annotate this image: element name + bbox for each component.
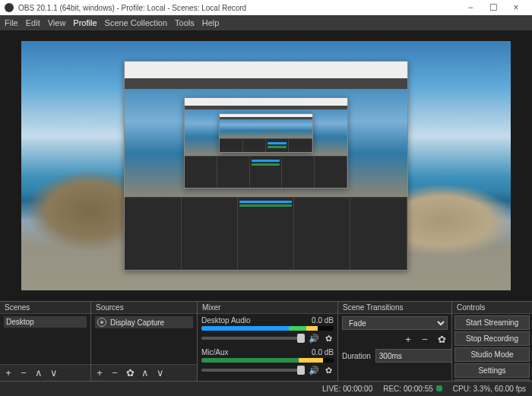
status-bar: LIVE: 00:00:00 REC: 00:00:55 CPU: 3.3%, … [0, 381, 532, 396]
visibility-icon[interactable] [97, 318, 106, 327]
mixer-channel-mic: Mic/Aux 0.0 dB 🔊 ✿ [201, 348, 334, 375]
audio-meter [201, 358, 334, 363]
sources-title: Sources [91, 302, 197, 314]
source-add-button[interactable]: + [94, 367, 105, 379]
transitions-dock: Scene Transitions Fade + − ✿ Duration [338, 302, 452, 381]
dock-area: Scenes Desktop + − ∧ ∨ Sources Display C… [0, 301, 532, 381]
status-cpu: CPU: 3.3%, 60.00 fps [453, 385, 526, 393]
settings-button[interactable]: Settings [454, 363, 530, 378]
menu-tools[interactable]: Tools [175, 18, 195, 27]
transition-settings-button[interactable]: ✿ [435, 334, 448, 345]
source-down-button[interactable]: ∨ [155, 367, 166, 379]
scenes-toolbar: + − ∧ ∨ [0, 364, 90, 381]
mixer-title: Mixer [198, 302, 337, 314]
controls-title: Controls [452, 302, 532, 314]
menu-view[interactable]: View [48, 18, 66, 27]
source-up-button[interactable]: ∧ [140, 367, 150, 379]
sources-list[interactable]: Display Capture [91, 314, 197, 364]
window-title: OBS 20.1.1 (64bit, windows) - Profile: L… [18, 4, 459, 12]
minimize-button[interactable]: − [459, 2, 482, 13]
start-streaming-button[interactable]: Start Streaming [454, 315, 530, 330]
scene-down-button[interactable]: ∨ [49, 367, 59, 379]
duration-input[interactable] [375, 349, 451, 363]
studio-mode-button[interactable]: Studio Mode [454, 347, 530, 362]
audio-meter [201, 326, 334, 331]
source-item[interactable]: Display Capture [95, 316, 193, 328]
speaker-icon[interactable]: 🔊 [309, 333, 319, 344]
scenes-list[interactable]: Desktop [0, 314, 90, 364]
scene-item-label: Desktop [6, 318, 34, 326]
speaker-icon[interactable]: 🔊 [309, 365, 319, 375]
nested-window-1 [124, 61, 408, 271]
transitions-body: Fade + − ✿ Duration [338, 314, 451, 381]
exit-button[interactable]: Exit [454, 379, 530, 381]
transition-select[interactable]: Fade [342, 316, 448, 330]
scene-up-button[interactable]: ∧ [33, 367, 44, 379]
channel-level: 0.0 dB [312, 348, 334, 356]
scene-add-button[interactable]: + [3, 367, 14, 379]
obs-icon [5, 3, 14, 12]
volume-slider[interactable] [201, 369, 305, 372]
nested-window-3 [219, 113, 313, 152]
channel-name: Desktop Audio [201, 316, 251, 325]
window-titlebar: OBS 20.1.1 (64bit, windows) - Profile: L… [0, 0, 532, 15]
stop-recording-button[interactable]: Stop Recording [454, 331, 530, 346]
maximize-button[interactable]: ☐ [482, 2, 505, 13]
channel-level: 0.0 dB [312, 316, 334, 325]
mixer-dock: Mixer Desktop Audio 0.0 dB 🔊 ✿ Mic/Aux 0… [198, 302, 338, 381]
volume-slider[interactable] [201, 337, 305, 340]
transition-remove-button[interactable]: − [419, 334, 431, 345]
channel-settings-icon[interactable]: ✿ [323, 333, 334, 344]
sources-dock: Sources Display Capture + − ✿ ∧ ∨ [91, 302, 198, 381]
rec-indicator-icon [436, 385, 442, 391]
status-rec: REC: 00:00:55 [383, 385, 433, 393]
menu-file[interactable]: File [5, 18, 18, 27]
preview-canvas[interactable] [21, 41, 511, 290]
scenes-dock: Scenes Desktop + − ∧ ∨ [0, 302, 91, 381]
controls-dock: Controls Start Streaming Stop Recording … [452, 302, 532, 381]
scene-item[interactable]: Desktop [4, 316, 87, 328]
source-item-label: Display Capture [110, 318, 164, 327]
source-settings-button[interactable]: ✿ [125, 367, 135, 379]
close-button[interactable]: × [505, 2, 527, 13]
status-live: LIVE: 00:00:00 [322, 385, 372, 393]
preview-area [0, 30, 532, 301]
nested-window-2 [184, 97, 347, 188]
scene-remove-button[interactable]: − [18, 367, 29, 379]
menu-help[interactable]: Help [202, 18, 220, 27]
channel-name: Mic/Aux [201, 348, 229, 356]
mixer-channel-desktop: Desktop Audio 0.0 dB 🔊 ✿ [201, 316, 334, 344]
channel-settings-icon[interactable]: ✿ [323, 365, 334, 375]
sources-toolbar: + − ✿ ∧ ∨ [91, 364, 197, 381]
scenes-title: Scenes [0, 302, 90, 314]
duration-label: Duration [342, 352, 371, 360]
mixer-body: Desktop Audio 0.0 dB 🔊 ✿ Mic/Aux 0.0 dB [198, 314, 337, 381]
menubar: File Edit View Profile Scene Collection … [0, 15, 532, 30]
transition-add-button[interactable]: + [402, 334, 414, 345]
source-remove-button[interactable]: − [109, 367, 120, 379]
menu-profile[interactable]: Profile [73, 18, 97, 27]
transitions-title: Scene Transitions [338, 302, 451, 314]
menu-edit[interactable]: Edit [26, 18, 40, 27]
menu-scene-collection[interactable]: Scene Collection [105, 18, 168, 27]
